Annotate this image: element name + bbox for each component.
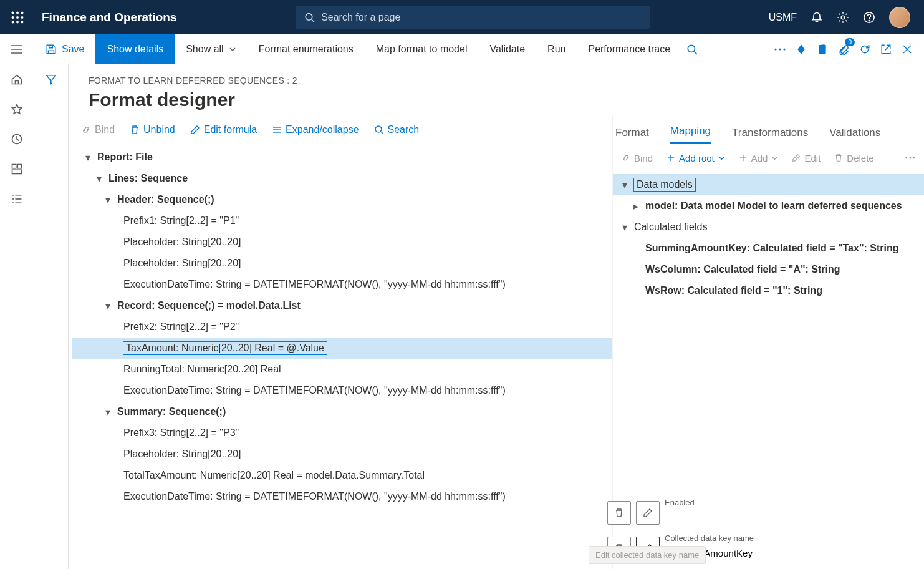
filter-icon[interactable] bbox=[45, 73, 57, 85]
hamburger-icon[interactable] bbox=[0, 34, 34, 64]
map-format-button[interactable]: Map format to model bbox=[365, 34, 479, 64]
tree-node[interactable]: ▾Header: Sequence(;) bbox=[72, 189, 612, 210]
svg-point-11 bbox=[841, 16, 845, 19]
enabled-delete-button[interactable] bbox=[607, 501, 631, 525]
modules-icon[interactable] bbox=[11, 193, 23, 205]
format-enumerations-button[interactable]: Format enumerations bbox=[248, 34, 365, 64]
validate-label: Validate bbox=[489, 44, 525, 55]
tab-mapping[interactable]: Mapping bbox=[670, 125, 711, 144]
show-all-label: Show all bbox=[186, 44, 223, 55]
tree-node[interactable]: Placeholder: String[20..20] bbox=[72, 253, 612, 274]
tab-validations[interactable]: Validations bbox=[829, 127, 880, 144]
run-button[interactable]: Run bbox=[536, 34, 577, 64]
performance-trace-button[interactable]: Performance trace bbox=[577, 34, 681, 64]
link-icon bbox=[622, 153, 630, 162]
tooltip: Edit collected data key name bbox=[589, 546, 706, 564]
refresh-icon[interactable] bbox=[854, 44, 875, 55]
right-bind-button: Bind bbox=[615, 149, 659, 167]
recent-icon[interactable] bbox=[11, 133, 23, 145]
validate-button[interactable]: Validate bbox=[478, 34, 536, 64]
tree-label: Prefix3: String[2..2] = "P3" bbox=[123, 427, 239, 439]
bind-label: Bind bbox=[95, 124, 115, 135]
user-avatar[interactable] bbox=[889, 7, 910, 28]
tree-node[interactable]: Placeholder: String[20..20] bbox=[72, 444, 612, 465]
tree-label: Placeholder: String[20..20] bbox=[123, 449, 241, 460]
edit-formula-button[interactable]: Edit formula bbox=[184, 120, 263, 139]
tree-label: RunningTotal: Numeric[20..20] Real bbox=[123, 364, 281, 375]
popout-icon[interactable] bbox=[875, 44, 897, 55]
pencil-icon bbox=[792, 153, 801, 162]
svg-point-37 bbox=[375, 126, 382, 132]
tree-node[interactable]: ExecutionDateTime: String = DATETIMEFORM… bbox=[72, 274, 612, 295]
tree-node[interactable]: ▾Lines: Sequence bbox=[72, 168, 612, 189]
save-label: Save bbox=[62, 44, 84, 55]
ds-label: Calculated fields bbox=[634, 221, 707, 233]
tree-node[interactable]: ExecutionDateTime: String = DATETIMEFORM… bbox=[72, 486, 612, 507]
tree-node[interactable]: Prefix2: String[2..2] = "P2" bbox=[72, 316, 612, 338]
tree-node[interactable]: Prefix1: String[2..2] = "P1" bbox=[72, 210, 612, 231]
gear-icon[interactable] bbox=[837, 11, 849, 24]
help-icon[interactable] bbox=[863, 11, 875, 24]
ds-node[interactable]: SummingAmountKey: Calculated field = "Ta… bbox=[613, 238, 924, 259]
global-search-input[interactable] bbox=[321, 12, 641, 23]
ds-node[interactable]: ▸model: Data model Model to learn deferr… bbox=[613, 195, 924, 216]
more-icon[interactable] bbox=[769, 48, 791, 51]
show-details-label: Show details bbox=[107, 44, 163, 55]
tree-search-button[interactable]: Search bbox=[368, 120, 426, 139]
tree-node[interactable]: ExecutionDateTime: String = DATETIMEFORM… bbox=[72, 380, 612, 401]
enabled-field[interactable] bbox=[665, 508, 913, 527]
power-app-icon[interactable] bbox=[791, 44, 812, 55]
svg-point-8 bbox=[21, 21, 23, 23]
close-icon[interactable] bbox=[897, 44, 918, 54]
show-details-button[interactable]: Show details bbox=[95, 34, 175, 64]
tab-format[interactable]: Format bbox=[615, 127, 649, 144]
pencil-icon bbox=[190, 125, 200, 135]
bell-icon[interactable] bbox=[811, 11, 823, 24]
global-search[interactable] bbox=[296, 6, 650, 29]
tree-node[interactable]: TotalTaxAmount: Numeric[20..20] Real = m… bbox=[72, 465, 612, 486]
star-icon[interactable] bbox=[11, 103, 23, 115]
svg-rect-26 bbox=[17, 165, 21, 168]
ds-node[interactable]: ▾Calculated fields bbox=[613, 216, 924, 238]
save-button[interactable]: Save bbox=[34, 34, 95, 64]
ds-node[interactable]: WsColumn: Calculated field = "A": String bbox=[613, 259, 924, 280]
action-search-icon[interactable] bbox=[681, 44, 703, 55]
ds-node-selected[interactable]: ▾Data models bbox=[613, 174, 924, 195]
search-icon bbox=[304, 12, 315, 23]
chevron-down-icon bbox=[229, 46, 236, 53]
unbind-label: Unbind bbox=[143, 124, 175, 135]
enabled-edit-button[interactable] bbox=[636, 501, 660, 525]
attachments-icon[interactable]: 0 bbox=[833, 44, 854, 55]
tree-node[interactable]: ▾Record: Sequence(;) = model.Data.List bbox=[72, 295, 612, 316]
app-launcher-icon[interactable] bbox=[0, 0, 34, 34]
tree-node[interactable]: ▾Summary: Sequence(;) bbox=[72, 401, 612, 422]
tree-node[interactable]: Placeholder: String[20..20] bbox=[72, 231, 612, 253]
bind-button: Bind bbox=[75, 120, 121, 139]
tree-node[interactable]: Prefix3: String[2..2] = "P3" bbox=[72, 422, 612, 444]
trash-icon bbox=[834, 153, 843, 162]
tree-label: ExecutionDateTime: String = DATETIMEFORM… bbox=[123, 279, 506, 290]
tree-node[interactable]: RunningTotal: Numeric[20..20] Real bbox=[72, 359, 612, 380]
link-icon bbox=[81, 125, 91, 135]
add-root-button[interactable]: Add root bbox=[660, 149, 731, 167]
right-more-icon[interactable] bbox=[899, 153, 924, 163]
svg-point-45 bbox=[913, 157, 915, 159]
keyname-label: Collected data key name bbox=[665, 533, 913, 543]
add-label: Add bbox=[751, 153, 768, 163]
tree-label: Record: Sequence(;) = model.Data.List bbox=[117, 300, 301, 311]
svg-point-7 bbox=[16, 21, 19, 23]
show-all-button[interactable]: Show all bbox=[175, 34, 247, 64]
expand-collapse-button[interactable]: Expand/collapse bbox=[266, 120, 365, 139]
chevron-down-icon bbox=[771, 155, 778, 162]
ds-node[interactable]: WsRow: Calculated field = "1": String bbox=[613, 280, 924, 301]
tree-node-selected[interactable]: TaxAmount: Numeric[20..20] Real = @.Valu… bbox=[72, 338, 612, 359]
list-icon bbox=[272, 125, 282, 135]
unbind-button[interactable]: Unbind bbox=[123, 120, 181, 139]
home-icon[interactable] bbox=[11, 73, 23, 85]
tree-node[interactable]: ▾Report: File bbox=[72, 147, 612, 168]
workspace-icon[interactable] bbox=[11, 163, 23, 175]
tab-transformations[interactable]: Transformations bbox=[732, 127, 808, 144]
office-icon[interactable] bbox=[812, 44, 833, 55]
company-code[interactable]: USMF bbox=[769, 12, 797, 23]
page-title: Format designer bbox=[89, 89, 904, 110]
